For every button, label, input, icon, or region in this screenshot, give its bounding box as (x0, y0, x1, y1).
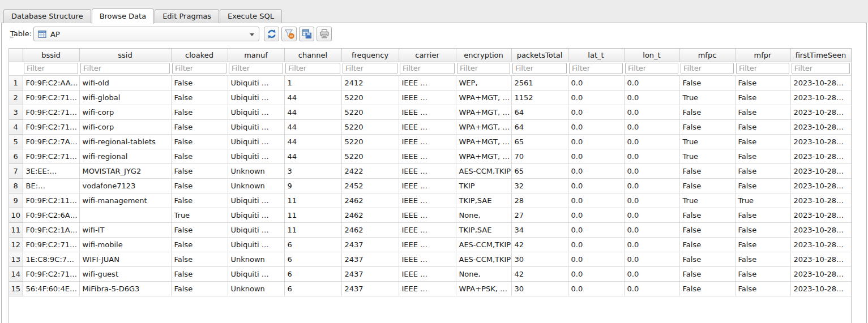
cell-cloaked[interactable]: False (171, 149, 228, 163)
cell-cloaked[interactable]: False (171, 90, 228, 105)
cell-packetsTotal[interactable]: 42 (511, 266, 568, 281)
cell-cloaked[interactable]: False (171, 75, 228, 90)
cell-ssid[interactable]: MOVISTAR_JYG2 (79, 163, 171, 178)
cell-bssid[interactable]: F0:9F:C2:71… (23, 237, 79, 252)
column-header-manuf[interactable]: manuf (228, 49, 284, 62)
row-number[interactable]: 8 (9, 178, 23, 193)
cell-channel[interactable]: 44 (284, 105, 341, 119)
row-number[interactable]: 1 (9, 75, 23, 90)
cell-encryption[interactable]: WEP, (456, 75, 511, 90)
filter-input-channel[interactable] (285, 63, 340, 74)
cell-carrier[interactable]: IEEE … (399, 119, 456, 134)
cell-cloaked[interactable]: False (171, 252, 228, 266)
column-header-mfpc[interactable]: mfpc (679, 49, 735, 62)
cell-cloaked[interactable]: False (171, 105, 228, 119)
cell-lat_t[interactable]: 0.0 (568, 281, 624, 296)
cell-encryption[interactable]: WPA+MGT, … (456, 134, 511, 149)
cell-lon_t[interactable]: 0.0 (624, 252, 679, 266)
cell-ssid[interactable]: wifi-regional-tablets (79, 134, 171, 149)
cell-encryption[interactable]: WPA+MGT, … (456, 90, 511, 105)
cell-packetsTotal[interactable]: 28 (511, 193, 568, 208)
row-number[interactable]: 15 (9, 281, 23, 296)
cell-encryption[interactable]: None, (456, 208, 511, 222)
cell-manuf[interactable]: Ubiquiti … (228, 90, 284, 105)
cell-packetsTotal[interactable]: 1152 (511, 90, 568, 105)
cell-packetsTotal[interactable]: 30 (511, 281, 568, 296)
cell-firstTimeSeen[interactable]: 2023-10-28… (790, 134, 851, 149)
select-all-corner[interactable] (9, 49, 23, 62)
cell-frequency[interactable]: 5220 (341, 90, 399, 105)
cell-frequency[interactable]: 2462 (341, 193, 399, 208)
cell-manuf[interactable]: Unknown (228, 178, 284, 193)
cell-channel[interactable]: 44 (284, 134, 341, 149)
cell-packetsTotal[interactable]: 27 (511, 208, 568, 222)
cell-lon_t[interactable]: 0.0 (624, 237, 679, 252)
cell-lat_t[interactable]: 0.0 (568, 105, 624, 119)
cell-carrier[interactable]: IEEE … (399, 281, 456, 296)
cell-mfpr[interactable]: False (735, 281, 790, 296)
cell-mfpr[interactable]: False (735, 149, 790, 163)
filter-input-frequency[interactable] (343, 63, 397, 74)
filter-input-lon_t[interactable] (625, 63, 678, 74)
cell-channel[interactable]: 1 (284, 75, 341, 90)
cell-ssid[interactable]: vodafone7123 (79, 178, 171, 193)
cell-bssid[interactable]: F0:9F:C2:AA… (23, 75, 79, 90)
cell-firstTimeSeen[interactable]: 2023-10-28… (790, 178, 851, 193)
cell-bssid[interactable]: 56:4F:60:4E… (23, 281, 79, 296)
cell-ssid[interactable]: wifi-corp (79, 119, 171, 134)
cell-encryption[interactable]: TKIP,SAE (456, 193, 511, 208)
cell-packetsTotal[interactable]: 34 (511, 222, 568, 237)
cell-mfpc[interactable]: False (679, 178, 735, 193)
cell-firstTimeSeen[interactable]: 2023-10-28… (790, 208, 851, 222)
cell-bssid[interactable]: BE:… (23, 178, 79, 193)
row-number[interactable]: 12 (9, 237, 23, 252)
cell-mfpc[interactable]: True (679, 134, 735, 149)
column-header-mfpr[interactable]: mfpr (735, 49, 790, 62)
cell-mfpc[interactable]: False (679, 163, 735, 178)
filter-input-bssid[interactable] (24, 63, 78, 74)
cell-manuf[interactable]: Ubiquiti … (228, 75, 284, 90)
row-number[interactable]: 5 (9, 134, 23, 149)
column-header-lon_t[interactable]: lon_t (624, 49, 679, 62)
tab-database-structure[interactable]: Database Structure (3, 9, 91, 23)
filter-input-mfpr[interactable] (736, 63, 789, 74)
cell-channel[interactable]: 44 (284, 90, 341, 105)
cell-cloaked[interactable]: False (171, 222, 228, 237)
cell-cloaked[interactable]: False (171, 266, 228, 281)
save-results-button[interactable] (299, 27, 314, 41)
cell-lon_t[interactable]: 0.0 (624, 105, 679, 119)
cell-encryption[interactable]: None, (456, 266, 511, 281)
cell-manuf[interactable]: Ubiquiti … (228, 119, 284, 134)
cell-firstTimeSeen[interactable]: 2023-10-28… (790, 90, 851, 105)
cell-lon_t[interactable]: 0.0 (624, 208, 679, 222)
cell-firstTimeSeen[interactable]: 2023-10-28… (790, 193, 851, 208)
cell-ssid[interactable]: wifi-IT (79, 222, 171, 237)
row-number[interactable]: 9 (9, 193, 23, 208)
cell-firstTimeSeen[interactable]: 2023-10-28… (790, 75, 851, 90)
cell-encryption[interactable]: TKIP (456, 178, 511, 193)
cell-encryption[interactable]: WPA+MGT, … (456, 105, 511, 119)
cell-encryption[interactable]: AES-CCM,TKIP (456, 163, 511, 178)
cell-lat_t[interactable]: 0.0 (568, 149, 624, 163)
cell-mfpr[interactable]: False (735, 75, 790, 90)
cell-mfpc[interactable]: False (679, 208, 735, 222)
cell-carrier[interactable]: IEEE … (399, 266, 456, 281)
cell-manuf[interactable]: Unknown (228, 163, 284, 178)
cell-bssid[interactable]: F0:9F:C2:71… (23, 105, 79, 119)
column-header-lat_t[interactable]: lat_t (568, 49, 624, 62)
cell-encryption[interactable]: WPA+MGT, … (456, 149, 511, 163)
cell-carrier[interactable]: IEEE … (399, 208, 456, 222)
row-number[interactable]: 6 (9, 149, 23, 163)
cell-lon_t[interactable]: 0.0 (624, 75, 679, 90)
row-number[interactable]: 13 (9, 252, 23, 266)
cell-channel[interactable]: 6 (284, 237, 341, 252)
column-header-bssid[interactable]: bssid (23, 49, 79, 62)
cell-firstTimeSeen[interactable]: 2023-10-28… (790, 237, 851, 252)
cell-bssid[interactable]: 3E:EE:… (23, 163, 79, 178)
cell-bssid[interactable]: F0:9F:C2:71… (23, 119, 79, 134)
filter-input-packetsTotal[interactable] (512, 63, 567, 74)
tab-browse-data[interactable]: Browse Data (92, 8, 155, 24)
cell-mfpr[interactable]: False (735, 105, 790, 119)
cell-mfpr[interactable]: True (735, 193, 790, 208)
cell-carrier[interactable]: IEEE … (399, 252, 456, 266)
